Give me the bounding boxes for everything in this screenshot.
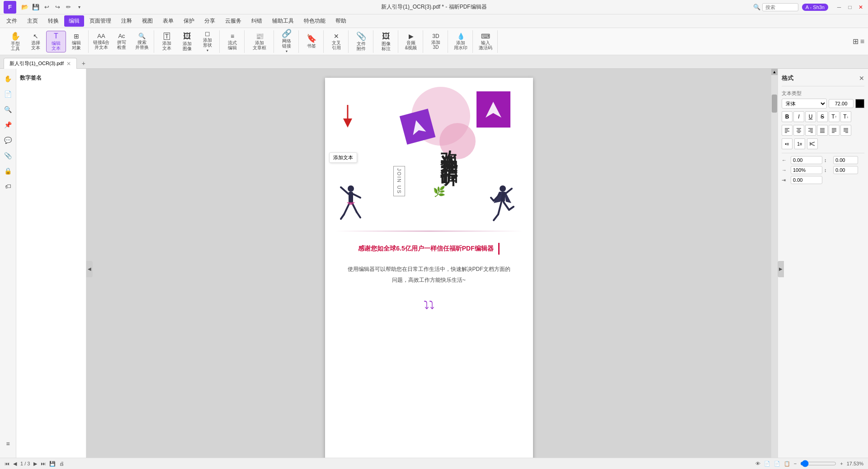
menu-ocr[interactable]: 纠错 [247,15,267,27]
grid-view-button[interactable]: ⊞ [853,37,859,46]
attach-file-button[interactable]: 📎 文件附件 [351,31,371,52]
menu-form[interactable]: 表单 [158,15,178,27]
spell-check-button[interactable]: Ac 拼写检查 [112,31,132,52]
menu-page[interactable]: 页面管理 [85,15,116,27]
indent-right-input[interactable] [791,166,822,174]
document-tab[interactable]: 新人引导(1)_OCR(3).pdf ✕ [4,58,77,69]
maximize-button[interactable]: □ [846,4,854,11]
select-text-button[interactable]: ↖ 选择文本 [26,31,46,52]
strikethrough-button[interactable]: S [817,111,828,122]
sidebar-icon-attach[interactable]: 📎 [2,149,14,162]
list-view-button[interactable]: ≡ [860,38,864,46]
sidebar-icon-pages[interactable]: 📄 [2,88,14,100]
align-left-button[interactable] [782,125,793,136]
cross-ref-button[interactable]: ✕ 文叉引用 [326,31,346,52]
menu-home[interactable]: 主页 [23,15,42,27]
add-image-button[interactable]: 🖼 添加图像 [177,31,197,52]
content-area[interactable]: 添加文本 JOIN US 欢迎来到福昕 [86,69,771,469]
add-shape-button[interactable]: ◻ 添加形状 ▾ [198,31,217,52]
menu-file[interactable]: 文件 [2,15,22,27]
save-pages-button[interactable]: 💾 [49,461,56,467]
view-scroll-button[interactable]: 📋 [784,461,790,467]
zoom-slider[interactable] [800,460,836,467]
menu-help[interactable]: 帮助 [331,15,351,27]
menu-view[interactable]: 视图 [137,15,157,27]
add-article-button[interactable]: 📰 添加文章框 [247,31,272,52]
menu-edit[interactable]: 编辑 [64,15,84,27]
activate-button[interactable]: ⌨ 输入激活码 [476,31,495,52]
close-tab-button[interactable]: ✕ [66,61,71,67]
sidebar-icon-security[interactable]: 🔒 [2,165,14,177]
print-button[interactable]: 🖨 [59,461,64,466]
watermark-button[interactable]: 💧 添加用水印 [451,31,471,52]
align-center-button[interactable] [793,125,804,136]
collapse-right-button[interactable]: ▶ [778,261,784,277]
bullet-list-button[interactable]: •≡ [782,138,793,149]
font-size-input[interactable] [829,99,854,108]
menu-features[interactable]: 特色功能 [299,15,330,27]
menu-share[interactable]: 分享 [200,15,220,27]
open-button[interactable]: 📂 [20,2,30,12]
sidebar-icon-tags[interactable]: 🏷 [2,180,14,193]
view-normal-button[interactable]: 👁 [755,461,760,466]
sidebar-icon-layers[interactable]: ≡ [2,437,14,450]
link-combine-button[interactable]: AA 链接&合并文本 [91,31,111,52]
spacing-top-input[interactable] [833,156,858,164]
vertical-scrollbar[interactable]: ▲ ▼ [771,69,778,469]
zoom-in-button[interactable]: + [840,461,843,466]
sidebar-icon-hand[interactable]: ✋ [2,72,14,85]
numbered-list-button[interactable]: 1≡ [794,138,805,149]
underline-button[interactable]: U [805,111,816,122]
zoom-out-button[interactable]: − [794,461,797,466]
view-double-button[interactable]: 📄 [774,461,780,467]
collapse-left-button[interactable]: ◀ [86,261,93,277]
bold-button[interactable]: B [782,111,793,122]
edit-text-button[interactable]: T 编辑文本 [46,31,66,52]
last-page-button[interactable]: ⏭ [41,461,46,466]
superscript-button[interactable]: T↑ [829,111,840,122]
edit-object-button[interactable]: ⊞ 编辑对象 [66,31,86,52]
minimize-button[interactable]: ─ [835,4,843,11]
edit-button[interactable]: ✏ [63,2,73,12]
scroll-up-button[interactable]: ▲ [771,69,778,75]
redo-button[interactable]: ↪ [52,2,62,12]
spacing-bottom-input[interactable] [833,166,858,174]
indent-first-input[interactable] [791,176,822,184]
menu-tools[interactable]: 辅助工具 [268,15,298,27]
find-replace-button[interactable]: 🔍 搜索并替换 [132,31,152,52]
close-button[interactable]: ✕ [857,4,864,11]
next-page-button[interactable]: ▶ [33,461,37,467]
menu-annotation[interactable]: 注释 [117,15,137,27]
sidebar-icon-comments[interactable]: 💬 [2,134,14,147]
more-button[interactable]: ▾ [74,2,84,12]
undo-button[interactable]: ↩ [42,2,52,12]
align-justify-button[interactable] [817,125,828,136]
prev-page-button[interactable]: ◀ [13,461,17,467]
flow-edit-button[interactable]: ≡ 流式编辑 [222,31,242,52]
sidebar-icon-bookmark[interactable]: 📌 [2,118,14,131]
sidebar-icon-search[interactable]: 🔍 [2,103,14,116]
menu-convert[interactable]: 转换 [43,15,63,27]
indent-left-input[interactable] [791,156,822,164]
font-family-select[interactable]: 宋体 [782,99,827,109]
first-page-button[interactable]: ⏮ [5,461,9,466]
search-input[interactable] [762,3,798,11]
panel-close-button[interactable]: ✕ [859,75,864,82]
color-picker[interactable] [855,99,864,108]
add-3d-button[interactable]: 3D 添加3D [426,31,446,52]
hand-tool-button[interactable]: ✋ 手型工具 [5,31,25,52]
media-button[interactable]: ▶ 音频&视频 [401,31,421,52]
scroll-thumb[interactable] [772,95,777,113]
web-link-button[interactable]: 🔗 网络链接 ▾ [277,31,297,52]
menu-cloud[interactable]: 云服务 [221,15,246,27]
bookmark-button[interactable]: 🔖 书签 [302,31,321,52]
align-justify-right-button[interactable] [840,125,851,136]
menu-protect[interactable]: 保护 [179,15,199,27]
add-text-button[interactable]: T 添加文本 [157,31,177,52]
align-right-button[interactable] [805,125,816,136]
image-tag-button[interactable]: 🖼 图像标注 [376,31,396,52]
save-button[interactable]: 💾 [31,2,41,12]
align-justify-left-button[interactable] [829,125,840,136]
italic-button[interactable]: I [793,111,804,122]
indent-decrease-button[interactable] [807,138,818,149]
